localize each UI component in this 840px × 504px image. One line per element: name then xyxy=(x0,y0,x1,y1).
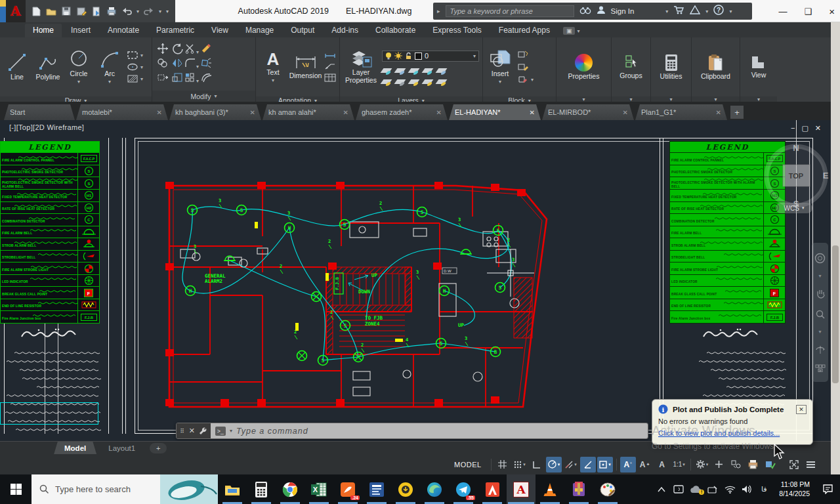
file-tab-plan1-g1-[interactable]: Plan1_G1*✕ xyxy=(635,104,727,120)
command-line-grip[interactable]: ⠿ ✕ xyxy=(177,423,211,438)
tray-onedrive-icon[interactable]: ! xyxy=(688,486,703,494)
viewcube[interactable]: N E S TOP WCS ▾ xyxy=(761,140,833,215)
command-close-icon[interactable]: ✕ xyxy=(189,427,195,435)
fillet-tool[interactable]: ▾ xyxy=(184,58,199,71)
mirror-tool[interactable] xyxy=(171,58,183,71)
block-edit-tool[interactable] xyxy=(517,62,534,72)
wrench-icon[interactable] xyxy=(198,427,207,435)
table-tool[interactable] xyxy=(324,74,336,82)
explode-tool[interactable] xyxy=(200,58,212,71)
linear-dim-tool[interactable] xyxy=(324,52,336,59)
taskbar-adobe[interactable] xyxy=(478,474,507,504)
arc-button[interactable]: Arc▾ xyxy=(96,39,123,95)
taskbar-calculator[interactable] xyxy=(247,474,276,504)
array-tool[interactable]: ▾ xyxy=(184,72,199,85)
ellipse-tool[interactable]: ▾ xyxy=(127,63,143,71)
insert-button[interactable]: Insert▾ xyxy=(486,39,514,95)
taskbar-vlc[interactable] xyxy=(536,474,564,504)
ribbon-tab-manage[interactable]: Manage xyxy=(238,24,282,37)
sign-in-dropdown[interactable]: ▾ xyxy=(665,9,668,14)
ribbon-display-dropdown[interactable]: ▾ xyxy=(577,28,579,34)
doc-close-button[interactable]: ✕ xyxy=(815,124,821,133)
tray-hidden-icons[interactable] xyxy=(654,487,669,492)
customization-menu-icon[interactable] xyxy=(803,457,819,472)
taskbar-chrome[interactable] xyxy=(276,474,304,504)
viewcube-n[interactable]: N xyxy=(793,143,799,153)
redo-icon[interactable] xyxy=(144,6,154,16)
layer-freeze-tool[interactable] xyxy=(408,68,420,73)
recent-commands-dropdown[interactable]: ▾ xyxy=(230,428,232,434)
polar-tracking-icon[interactable]: ▾ xyxy=(546,457,562,472)
open-folder-icon[interactable] xyxy=(46,6,56,16)
layer-unlock-tool[interactable] xyxy=(422,79,434,84)
move-tool[interactable] xyxy=(157,43,169,57)
taskbar-telegram[interactable]: .55 xyxy=(449,474,478,504)
floor-plan[interactable]: 332323222433232SSSHSSHHSSSSBGENERALALARM… xyxy=(131,138,682,436)
circle-button[interactable]: Circle▾ xyxy=(65,39,93,95)
viewport-controls-label[interactable]: [-][Top][2D Wireframe] xyxy=(9,123,84,131)
file-tab-el-mirbod-[interactable]: EL-MIRBOD*✕ xyxy=(542,104,634,120)
line-button[interactable]: Line xyxy=(3,39,31,95)
tab-model[interactable]: Model xyxy=(54,442,96,455)
autoscale-icon[interactable]: A✦ xyxy=(637,457,653,472)
tray-volume-icon[interactable] xyxy=(740,485,754,494)
maximize-button[interactable]: ❑ xyxy=(805,7,812,16)
polyline-button[interactable]: Polyline xyxy=(34,39,62,95)
layer-prev-tool[interactable] xyxy=(436,79,448,84)
object-snap-tracking-icon[interactable] xyxy=(580,457,596,472)
block-attr-tool[interactable]: ▾ xyxy=(517,75,534,84)
view-button[interactable]: View xyxy=(745,39,772,95)
qat-customize-dropdown[interactable]: ▾ xyxy=(166,9,169,14)
file-tab-ghasem-zadeh-[interactable]: ghasem zadeh*✕ xyxy=(356,104,448,120)
sign-in-button[interactable]: Sign In xyxy=(611,7,635,15)
grid-display-icon[interactable] xyxy=(495,457,511,472)
doc-minimize-button[interactable]: − xyxy=(791,124,795,133)
utilities-button[interactable]: Utilities xyxy=(658,39,685,95)
scrollbar-thumb[interactable] xyxy=(832,245,839,383)
layer-thaw2-tool[interactable] xyxy=(408,79,420,84)
file-tab-close-icon[interactable]: ✕ xyxy=(250,109,255,116)
close-button[interactable]: × xyxy=(829,6,835,17)
dimension-button[interactable]: Dimension xyxy=(290,39,321,95)
start-button[interactable] xyxy=(0,474,32,504)
ribbon-tab-parametric[interactable]: Parametric xyxy=(148,24,202,37)
new-layout-button[interactable]: + xyxy=(150,443,167,453)
steering-wheel-icon[interactable] xyxy=(814,253,826,264)
command-prompt-icon[interactable]: >_ xyxy=(215,427,226,436)
ribbon-tab-express-tools[interactable]: Express Tools xyxy=(425,24,489,37)
taskbar-edge[interactable] xyxy=(420,474,449,504)
clipboard-button[interactable]: Clipboard xyxy=(700,39,732,95)
taskbar-file-explorer[interactable] xyxy=(218,474,247,504)
export-icon[interactable] xyxy=(91,6,102,16)
redo-dropdown[interactable]: ▾ xyxy=(159,9,161,14)
help-icon[interactable]: ? xyxy=(713,5,724,18)
offset-tool[interactable] xyxy=(200,72,212,85)
layer-off-tool[interactable] xyxy=(381,68,392,73)
taskbar-paint[interactable] xyxy=(593,474,622,504)
erase-tool[interactable] xyxy=(200,43,212,57)
viewcube-e[interactable]: E xyxy=(823,171,829,180)
block-create-tool[interactable] xyxy=(517,50,534,59)
file-tab-close-icon[interactable]: ✕ xyxy=(343,109,348,116)
taskbar-autocad[interactable]: A xyxy=(507,474,536,504)
undo-icon[interactable] xyxy=(121,6,132,16)
tray-wifi-icon[interactable] xyxy=(723,485,737,494)
plot-status-icon[interactable] xyxy=(746,457,761,472)
taskbar-powerpoint[interactable] xyxy=(362,474,391,504)
object-snap-icon[interactable]: ▾ xyxy=(597,457,613,472)
layer-on2-tool[interactable] xyxy=(381,79,392,84)
notification-details-link[interactable]: Click to view plot and publish details..… xyxy=(658,429,807,437)
annotation-scale-icon[interactable]: A xyxy=(654,457,670,472)
taskbar-clock[interactable]: 11:08 PM 8/14/2025 xyxy=(774,480,815,498)
command-line[interactable]: ⠿ ✕ >_ ▾ Type a command xyxy=(176,423,648,439)
file-tab-el-hadiyan-[interactable]: EL-HADIYAN*✕ xyxy=(449,104,541,120)
viewcube-top[interactable]: TOP xyxy=(789,172,803,180)
showmotion-icon[interactable] xyxy=(815,364,826,372)
taskbar-foxit-pdf[interactable]: .24 xyxy=(333,474,362,504)
search-collapse-arrow[interactable]: ▸ xyxy=(437,8,440,14)
rotate-tool[interactable] xyxy=(171,43,183,57)
navigation-bar[interactable]: ▾ ▾ xyxy=(812,243,828,382)
a360-dropdown[interactable]: ▾ xyxy=(705,9,708,14)
trim-tool[interactable]: ▾ xyxy=(184,43,199,56)
ortho-mode-icon[interactable] xyxy=(529,457,545,472)
